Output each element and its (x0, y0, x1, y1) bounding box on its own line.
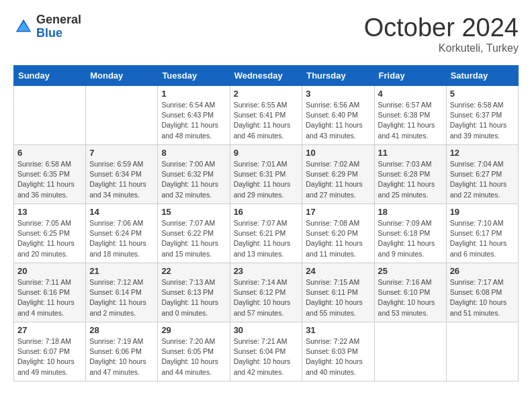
calendar-cell: 24Sunrise: 7:15 AMSunset: 6:11 PMDayligh… (302, 263, 374, 322)
calendar-cell: 26Sunrise: 7:17 AMSunset: 6:08 PMDayligh… (446, 263, 518, 322)
day-info: Sunrise: 7:17 AMSunset: 6:08 PMDaylight:… (450, 277, 515, 318)
calendar-cell: 27Sunrise: 7:18 AMSunset: 6:07 PMDayligh… (14, 322, 86, 381)
day-info: Sunrise: 7:05 AMSunset: 6:25 PMDaylight:… (17, 218, 82, 259)
day-number: 29 (161, 325, 226, 335)
calendar-cell: 8Sunrise: 7:00 AMSunset: 6:32 PMDaylight… (158, 145, 230, 204)
weekday-header: Saturday (446, 66, 518, 86)
day-info: Sunrise: 6:55 AMSunset: 6:41 PMDaylight:… (234, 100, 299, 141)
calendar-cell (14, 86, 86, 145)
day-info: Sunrise: 7:01 AMSunset: 6:31 PMDaylight:… (234, 159, 299, 200)
day-number: 17 (306, 207, 370, 217)
calendar-cell: 3Sunrise: 6:56 AMSunset: 6:40 PMDaylight… (302, 86, 374, 145)
day-number: 3 (306, 89, 370, 99)
calendar-cell: 22Sunrise: 7:13 AMSunset: 6:13 PMDayligh… (158, 263, 230, 322)
calendar-cell: 17Sunrise: 7:08 AMSunset: 6:20 PMDayligh… (302, 204, 374, 263)
calendar-cell: 2Sunrise: 6:55 AMSunset: 6:41 PMDaylight… (230, 86, 302, 145)
day-info: Sunrise: 7:13 AMSunset: 6:13 PMDaylight:… (161, 277, 226, 318)
day-info: Sunrise: 7:10 AMSunset: 6:17 PMDaylight:… (450, 218, 515, 259)
weekday-header: Tuesday (158, 66, 230, 86)
calendar-body: 1Sunrise: 6:54 AMSunset: 6:43 PMDaylight… (14, 86, 519, 381)
day-number: 14 (89, 207, 154, 217)
calendar-cell: 1Sunrise: 6:54 AMSunset: 6:43 PMDaylight… (158, 86, 230, 145)
page-header: General Blue October 2024 Korkuteli, Tur… (13, 13, 519, 54)
calendar-cell: 29Sunrise: 7:20 AMSunset: 6:05 PMDayligh… (158, 322, 230, 381)
day-number: 16 (234, 207, 299, 217)
title-block: October 2024 Korkuteli, Turkey (364, 13, 519, 54)
calendar-cell: 25Sunrise: 7:16 AMSunset: 6:10 PMDayligh… (374, 263, 446, 322)
weekday-header: Monday (86, 66, 158, 86)
calendar-cell: 21Sunrise: 7:12 AMSunset: 6:14 PMDayligh… (86, 263, 158, 322)
calendar-cell: 18Sunrise: 7:09 AMSunset: 6:18 PMDayligh… (374, 204, 446, 263)
day-number: 13 (17, 207, 82, 217)
day-info: Sunrise: 7:11 AMSunset: 6:16 PMDaylight:… (17, 277, 82, 318)
day-info: Sunrise: 7:19 AMSunset: 6:06 PMDaylight:… (89, 336, 154, 377)
day-number: 4 (378, 89, 443, 99)
logo-text: General Blue (36, 13, 81, 40)
day-number: 21 (89, 266, 154, 276)
logo-general: General (36, 13, 81, 27)
day-number: 11 (378, 148, 443, 158)
day-number: 30 (234, 325, 299, 335)
calendar-cell (374, 322, 446, 381)
day-number: 22 (161, 266, 226, 276)
calendar-cell: 14Sunrise: 7:06 AMSunset: 6:24 PMDayligh… (86, 204, 158, 263)
day-info: Sunrise: 7:08 AMSunset: 6:20 PMDaylight:… (306, 218, 370, 259)
calendar-cell: 31Sunrise: 7:22 AMSunset: 6:03 PMDayligh… (302, 322, 374, 381)
day-number: 1 (161, 89, 226, 99)
calendar-cell (86, 86, 158, 145)
calendar-cell: 9Sunrise: 7:01 AMSunset: 6:31 PMDaylight… (230, 145, 302, 204)
day-number: 10 (306, 148, 370, 158)
day-info: Sunrise: 6:59 AMSunset: 6:34 PMDaylight:… (89, 159, 154, 200)
day-info: Sunrise: 7:07 AMSunset: 6:22 PMDaylight:… (161, 218, 226, 259)
day-info: Sunrise: 7:16 AMSunset: 6:10 PMDaylight:… (378, 277, 443, 318)
day-number: 26 (450, 266, 515, 276)
day-info: Sunrise: 6:56 AMSunset: 6:40 PMDaylight:… (306, 100, 370, 141)
day-number: 19 (450, 207, 515, 217)
location: Korkuteli, Turkey (364, 42, 519, 54)
day-info: Sunrise: 7:14 AMSunset: 6:12 PMDaylight:… (234, 277, 299, 318)
day-info: Sunrise: 6:54 AMSunset: 6:43 PMDaylight:… (161, 100, 226, 141)
day-number: 15 (161, 207, 226, 217)
day-info: Sunrise: 7:20 AMSunset: 6:05 PMDaylight:… (161, 336, 226, 377)
day-number: 6 (17, 148, 82, 158)
calendar-header-row: SundayMondayTuesdayWednesdayThursdayFrid… (14, 66, 519, 86)
day-info: Sunrise: 7:12 AMSunset: 6:14 PMDaylight:… (89, 277, 154, 318)
calendar-week-row: 27Sunrise: 7:18 AMSunset: 6:07 PMDayligh… (14, 322, 519, 381)
weekday-header: Wednesday (230, 66, 302, 86)
weekday-header: Thursday (302, 66, 374, 86)
day-info: Sunrise: 7:09 AMSunset: 6:18 PMDaylight:… (378, 218, 443, 259)
logo-icon (13, 17, 34, 37)
day-number: 20 (17, 266, 82, 276)
day-number: 23 (234, 266, 299, 276)
day-number: 18 (378, 207, 443, 217)
calendar-week-row: 6Sunrise: 6:58 AMSunset: 6:35 PMDaylight… (14, 145, 519, 204)
day-number: 9 (234, 148, 299, 158)
calendar-cell: 16Sunrise: 7:07 AMSunset: 6:21 PMDayligh… (230, 204, 302, 263)
day-info: Sunrise: 7:00 AMSunset: 6:32 PMDaylight:… (161, 159, 226, 200)
weekday-header: Sunday (14, 66, 86, 86)
calendar-week-row: 20Sunrise: 7:11 AMSunset: 6:16 PMDayligh… (14, 263, 519, 322)
day-info: Sunrise: 6:58 AMSunset: 6:35 PMDaylight:… (17, 159, 82, 200)
calendar-cell (446, 322, 518, 381)
day-info: Sunrise: 7:03 AMSunset: 6:28 PMDaylight:… (378, 159, 443, 200)
day-number: 25 (378, 266, 443, 276)
day-number: 8 (161, 148, 226, 158)
calendar-table: SundayMondayTuesdayWednesdayThursdayFrid… (13, 65, 519, 381)
day-number: 7 (89, 148, 154, 158)
day-info: Sunrise: 7:18 AMSunset: 6:07 PMDaylight:… (17, 336, 82, 377)
calendar-cell: 28Sunrise: 7:19 AMSunset: 6:06 PMDayligh… (86, 322, 158, 381)
calendar-cell: 19Sunrise: 7:10 AMSunset: 6:17 PMDayligh… (446, 204, 518, 263)
day-info: Sunrise: 7:15 AMSunset: 6:11 PMDaylight:… (306, 277, 370, 318)
calendar-cell: 15Sunrise: 7:07 AMSunset: 6:22 PMDayligh… (158, 204, 230, 263)
day-info: Sunrise: 7:22 AMSunset: 6:03 PMDaylight:… (306, 336, 370, 377)
day-info: Sunrise: 7:02 AMSunset: 6:29 PMDaylight:… (306, 159, 370, 200)
day-info: Sunrise: 6:58 AMSunset: 6:37 PMDaylight:… (450, 100, 515, 141)
logo: General Blue (13, 13, 81, 40)
weekday-header: Friday (374, 66, 446, 86)
day-info: Sunrise: 6:57 AMSunset: 6:38 PMDaylight:… (378, 100, 443, 141)
calendar-cell: 20Sunrise: 7:11 AMSunset: 6:16 PMDayligh… (14, 263, 86, 322)
calendar-week-row: 13Sunrise: 7:05 AMSunset: 6:25 PMDayligh… (14, 204, 519, 263)
calendar-cell: 6Sunrise: 6:58 AMSunset: 6:35 PMDaylight… (14, 145, 86, 204)
calendar-cell: 12Sunrise: 7:04 AMSunset: 6:27 PMDayligh… (446, 145, 518, 204)
day-number: 2 (234, 89, 299, 99)
